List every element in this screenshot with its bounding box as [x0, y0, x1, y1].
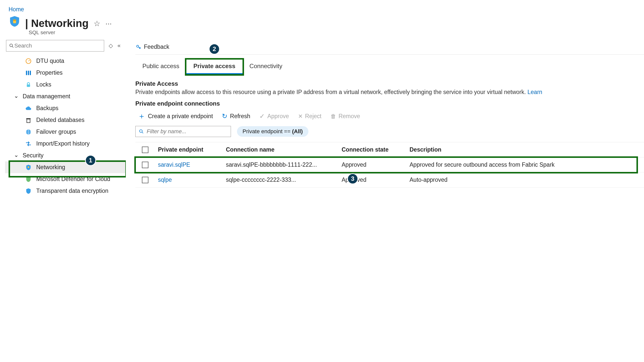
trash-icon — [25, 117, 32, 123]
sidebar: ◇ « DTU quota Properties Locks ⌄ Data ma… — [5, 40, 126, 261]
feedback-button[interactable]: Feedback — [135, 43, 169, 50]
sidebar-item-failover-groups[interactable]: Failover groups — [5, 126, 126, 138]
search-icon — [9, 43, 14, 48]
sidebar-item-properties[interactable]: Properties — [5, 67, 126, 79]
remove-button[interactable]: 🗑 Remove — [331, 113, 360, 120]
column-header-connection[interactable]: Connection name — [226, 146, 342, 153]
svg-point-2 — [10, 44, 13, 47]
section-label: Data management — [23, 93, 70, 100]
svg-point-16 — [137, 45, 139, 47]
svg-point-18 — [140, 130, 142, 132]
lock-icon — [25, 81, 32, 88]
sidebar-item-label: Backups — [36, 105, 58, 112]
sql-server-icon — [9, 15, 21, 27]
sidebar-item-locks[interactable]: Locks — [5, 79, 126, 90]
encryption-icon — [25, 188, 32, 194]
expand-all-button[interactable]: ◇ — [109, 42, 113, 49]
collapse-sidebar-button[interactable]: « — [117, 42, 120, 49]
refresh-button[interactable]: ↻ Refresh — [222, 112, 250, 120]
globe-icon — [25, 129, 32, 135]
sidebar-item-defender[interactable]: Microsoft Defender for Cloud — [5, 173, 126, 185]
sidebar-item-label: Microsoft Defender for Cloud — [36, 176, 110, 183]
plus-icon: ＋ — [138, 111, 145, 121]
column-header-endpoint[interactable]: Private endpoint — [158, 146, 226, 153]
select-all-checkbox[interactable] — [142, 147, 148, 153]
section-title: Private Access — [135, 80, 644, 87]
sidebar-item-tde[interactable]: Transparent data encryption — [5, 185, 126, 197]
column-header-state[interactable]: Connection state — [342, 146, 410, 153]
endpoints-table: Private endpoint Connection name Connect… — [135, 142, 644, 188]
svg-rect-11 — [26, 118, 30, 119]
sidebar-section-data-management[interactable]: ⌄ Data management — [5, 90, 126, 102]
sidebar-item-label: Import/Export history — [36, 140, 90, 147]
gauge-icon — [25, 58, 32, 64]
svg-rect-10 — [27, 119, 30, 122]
sidebar-item-label: Failover groups — [36, 128, 76, 135]
callout-badge-3: 3 — [347, 173, 358, 184]
table-row[interactable]: saravi.sqlPE saravi.sqlPE-bbbbbbbb-1111-… — [135, 157, 644, 172]
sidebar-search[interactable] — [6, 40, 104, 52]
resource-type-label: SQL server — [9, 29, 112, 35]
search-input[interactable] — [14, 42, 101, 49]
sidebar-item-backups[interactable]: Backups — [5, 102, 126, 114]
breadcrumb-home[interactable]: Home — [9, 6, 24, 13]
properties-icon — [25, 70, 32, 76]
create-endpoint-button[interactable]: ＋ Create a private endpoint — [138, 111, 213, 121]
sidebar-section-security[interactable]: ⌄ Security — [5, 150, 126, 161]
sidebar-item-label: Locks — [36, 81, 51, 88]
connection-description: Auto-approved — [410, 176, 644, 183]
sidebar-item-label: Properties — [36, 69, 63, 76]
svg-line-5 — [28, 60, 30, 61]
page-header: | Networking ☆ ··· SQL server — [0, 17, 644, 37]
subsection-title: Private endpoint connections — [135, 100, 644, 107]
x-icon: ✕ — [298, 113, 303, 120]
sidebar-item-import-export[interactable]: Import/Export history — [5, 138, 126, 150]
feedback-icon — [135, 44, 141, 50]
filter-input[interactable] — [146, 128, 227, 135]
refresh-icon: ↻ — [222, 112, 227, 120]
endpoint-link[interactable]: sqlpe — [158, 176, 172, 183]
reject-button[interactable]: ✕ Reject — [298, 113, 321, 120]
chevron-down-icon: ⌄ — [14, 93, 19, 99]
row-checkbox[interactable] — [142, 177, 148, 183]
tab-connectivity[interactable]: Connectivity — [243, 60, 290, 74]
table-row[interactable]: sqlpe sqlpe-cccccccc-2222-333... Approve… — [135, 172, 644, 188]
sidebar-item-label: Deleted databases — [36, 117, 85, 123]
tab-public-access[interactable]: Public access — [135, 60, 186, 74]
sidebar-item-networking[interactable]: Networking — [5, 161, 126, 173]
trash-icon: 🗑 — [331, 113, 336, 120]
sidebar-item-dtu-quota[interactable]: DTU quota — [5, 55, 126, 67]
filter-by-name[interactable] — [135, 126, 231, 137]
callout-badge-2: 2 — [209, 43, 220, 55]
svg-line-3 — [12, 47, 14, 48]
approve-button[interactable]: ✓ Approve — [259, 112, 289, 120]
svg-rect-8 — [30, 71, 31, 75]
connection-name: saravi.sqlPE-bbbbbbbb-1111-222... — [226, 161, 342, 168]
more-button[interactable]: ··· — [105, 19, 112, 28]
section-label: Security — [23, 152, 44, 159]
sidebar-item-deleted-databases[interactable]: Deleted databases — [5, 114, 126, 126]
main-panel: Feedback Public access Private access 2 … — [126, 40, 644, 261]
feedback-label: Feedback — [144, 43, 169, 50]
callout-badge-1: 1 — [85, 155, 96, 166]
svg-rect-1 — [13, 20, 16, 21]
connection-name: sqlpe-cccccccc-2222-333... — [226, 176, 342, 183]
defender-icon — [25, 176, 32, 183]
chevron-down-icon: ⌄ — [14, 152, 19, 158]
row-checkbox[interactable] — [142, 162, 148, 168]
svg-rect-9 — [27, 84, 30, 87]
favorite-button[interactable]: ☆ — [94, 19, 100, 28]
endpoint-link[interactable]: saravi.sqlPE — [158, 161, 190, 168]
sidebar-item-label: DTU quota — [36, 58, 64, 64]
sidebar-item-label: Transparent data encryption — [36, 188, 108, 194]
column-header-description[interactable]: Description — [410, 146, 644, 153]
connection-state: Approved — [342, 161, 410, 168]
section-description: Private endpoints allow access to this r… — [135, 89, 644, 96]
svg-rect-7 — [28, 71, 29, 75]
shield-icon — [25, 164, 32, 171]
filter-pill-endpoint[interactable]: Private endpoint == (All) — [237, 126, 308, 137]
svg-line-19 — [142, 132, 143, 133]
tab-private-access[interactable]: Private access — [186, 60, 243, 74]
cloud-icon — [25, 105, 32, 112]
learn-more-link[interactable]: Learn — [528, 89, 542, 95]
